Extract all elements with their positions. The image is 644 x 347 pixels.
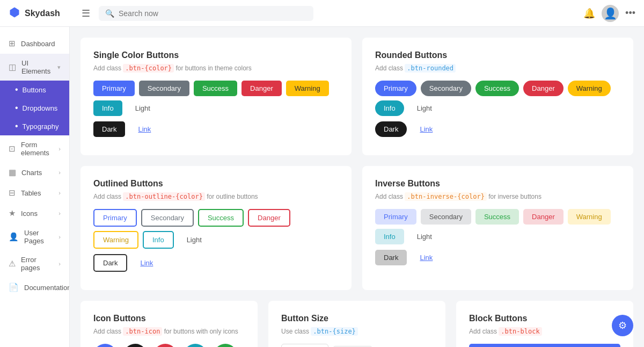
btn-outline-warning[interactable]: Warning	[93, 231, 138, 249]
btn-inverse-secondary[interactable]: Secondary	[421, 209, 471, 225]
button-size-desc: Use class .btn-{size}	[281, 328, 433, 335]
size-btn-lg-outline[interactable]: btn-lg	[281, 344, 328, 347]
btn-primary[interactable]: Primary	[93, 81, 135, 96]
btn-danger[interactable]: Danger	[241, 81, 282, 96]
middle-section-grid: Outlined Buttons Add class .btn-outline-…	[80, 166, 633, 290]
btn-outline-light[interactable]: Light	[178, 232, 210, 248]
icon-btn-star-filled[interactable]: ★	[184, 344, 207, 347]
block-btn-primary[interactable]: Block buttons ☰	[469, 344, 620, 347]
notification-button[interactable]: 🔔	[583, 8, 595, 19]
avatar-image: 👤	[604, 7, 617, 20]
icon-btn-home-filled[interactable]: 🏠	[93, 344, 117, 347]
block-buttons-title: Block Buttons	[469, 314, 620, 323]
rounded-section: Rounded Buttons Add class .btn-rounded P…	[362, 38, 633, 155]
btn-light[interactable]: Light	[127, 100, 159, 116]
single-color-section: Single Color Buttons Add class .btn-{col…	[80, 38, 352, 155]
btn-warning[interactable]: Warning	[286, 81, 329, 96]
btn-inverse-dark[interactable]: Dark	[375, 250, 407, 265]
sidebar-label-typography: Typography	[23, 122, 59, 131]
form-elements-icon: ⊡	[9, 144, 16, 154]
error-pages-icon: ⚠	[9, 259, 16, 269]
btn-outline-link[interactable]: Link	[131, 255, 162, 271]
icon-btn-globe-filled[interactable]: 🌐	[123, 344, 147, 347]
documentation-icon: 📄	[9, 283, 19, 292]
btn-outline-danger[interactable]: Danger	[248, 209, 290, 227]
sidebar-label-charts: Charts	[21, 169, 53, 177]
sidebar: ⊞ Dashboard ◫ UI Elements ▾ Buttons Drop…	[0, 27, 70, 347]
btn-rounded-light[interactable]: Light	[408, 100, 441, 116]
sidebar-label-tables: Tables	[21, 189, 53, 197]
btn-inverse-success[interactable]: Success	[475, 209, 519, 225]
btn-info[interactable]: Info	[93, 100, 122, 116]
btn-rounded-warning[interactable]: Warning	[568, 81, 611, 96]
btn-rounded-link[interactable]: Link	[411, 121, 441, 137]
tables-icon: ⊟	[9, 188, 16, 198]
chevron-down-icon: ▾	[57, 64, 61, 71]
sidebar-label-documentation: Documentation	[24, 284, 70, 292]
sidebar-item-documentation[interactable]: 📄 Documentation	[0, 277, 69, 298]
outlined-code: .btn-outline-{color}	[123, 192, 205, 201]
btn-inverse-danger[interactable]: Danger	[523, 209, 564, 225]
sidebar-item-dropdowns[interactable]: Dropdowns	[0, 99, 69, 117]
icon-btn-mail-filled[interactable]: ✉	[153, 344, 177, 347]
btn-inverse-primary[interactable]: Primary	[375, 209, 416, 225]
btn-outline-success[interactable]: Success	[198, 209, 244, 227]
search-input[interactable]	[119, 9, 307, 18]
more-button[interactable]: •••	[625, 8, 635, 19]
btn-rounded-success[interactable]: Success	[475, 81, 519, 96]
btn-dark[interactable]: Dark	[93, 121, 125, 137]
btn-inverse-link[interactable]: Link	[411, 250, 441, 265]
icon-btn-location-filled[interactable]: 📍	[214, 344, 237, 347]
outlined-section: Outlined Buttons Add class .btn-outline-…	[80, 166, 352, 290]
btn-link[interactable]: Link	[129, 121, 159, 137]
size-row-outline: btn-lg btn-md btn-sm	[281, 344, 433, 347]
sidebar-item-user-pages[interactable]: 👤 User Pages ›	[0, 223, 69, 250]
avatar[interactable]: 👤	[602, 5, 619, 22]
btn-outline-info[interactable]: Info	[143, 231, 174, 249]
sidebar-item-buttons[interactable]: Buttons	[0, 81, 69, 99]
sidebar-submenu-ui: Buttons Dropdowns Typography	[0, 81, 69, 135]
button-size-title: Button Size	[281, 314, 433, 323]
sidebar-item-form-elements[interactable]: ⊡ Form elements ›	[0, 135, 69, 162]
icon-buttons-desc: Add class .btn-icon for buttons with onl…	[93, 328, 245, 335]
btn-success[interactable]: Success	[194, 81, 237, 96]
sidebar-label-user-pages: User Pages	[24, 229, 53, 245]
single-color-code: .btn-{color}	[123, 64, 174, 73]
btn-outline-dark[interactable]: Dark	[93, 254, 127, 272]
sidebar-label-dashboard: Dashboard	[21, 40, 61, 48]
chevron-right-icon-4: ›	[58, 210, 61, 216]
single-color-row-2: Dark Link	[93, 121, 339, 137]
btn-rounded-danger[interactable]: Danger	[523, 81, 564, 96]
icon-buttons-section: Icon Buttons Add class .btn-icon for but…	[80, 301, 258, 347]
icon-buttons-code: .btn-icon	[123, 327, 162, 336]
sidebar-item-icons[interactable]: ★ Icons ›	[0, 203, 69, 223]
btn-inverse-info[interactable]: Info	[375, 229, 404, 244]
btn-rounded-info[interactable]: Info	[375, 100, 404, 116]
sidebar-item-tables[interactable]: ⊟ Tables ›	[0, 183, 69, 203]
btn-rounded-primary[interactable]: Primary	[375, 81, 416, 96]
btn-rounded-secondary[interactable]: Secondary	[421, 81, 471, 96]
btn-outline-primary[interactable]: Primary	[93, 209, 137, 227]
sidebar-item-dashboard[interactable]: ⊞ Dashboard	[0, 33, 69, 54]
single-color-row-1: Primary Secondary Success Danger Warning…	[93, 81, 339, 116]
hamburger-button[interactable]: ☰	[79, 5, 92, 21]
sidebar-item-typography[interactable]: Typography	[0, 117, 69, 135]
single-color-title: Single Color Buttons	[93, 50, 339, 60]
outlined-desc: Add class .btn-outline-{color} for outli…	[93, 193, 339, 200]
block-buttons-code: .btn-block	[499, 327, 541, 336]
sidebar-item-ui-elements[interactable]: ◫ UI Elements ▾	[0, 54, 69, 81]
btn-secondary[interactable]: Secondary	[139, 81, 189, 96]
rounded-row-2: Dark Link	[375, 121, 620, 137]
btn-rounded-dark[interactable]: Dark	[375, 121, 407, 137]
btn-outline-secondary[interactable]: Secondary	[141, 209, 194, 227]
sidebar-item-charts[interactable]: ▦ Charts ›	[0, 162, 69, 183]
search-box: 🔍	[99, 6, 313, 21]
btn-inverse-warning[interactable]: Warning	[568, 209, 611, 225]
btn-inverse-light[interactable]: Light	[408, 229, 441, 244]
chevron-right-icon-6: ›	[58, 261, 61, 267]
sidebar-label-error-pages: Error pages	[21, 256, 53, 272]
sidebar-item-error-pages[interactable]: ⚠ Error pages ›	[0, 250, 69, 277]
dashboard-icon: ⊞	[9, 39, 16, 48]
ui-elements-icon: ◫	[9, 62, 16, 72]
settings-fab[interactable]: ⚙	[612, 315, 633, 336]
